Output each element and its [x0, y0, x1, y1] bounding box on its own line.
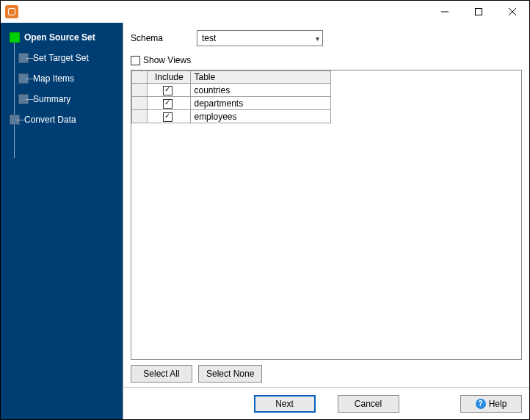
tables-grid-wrap: Include Table countries	[131, 70, 522, 360]
tables-grid: Include Table countries	[131, 70, 331, 123]
table-row: countries	[132, 84, 331, 97]
select-none-button[interactable]: Select None	[198, 365, 262, 383]
main-panel: Schema test ▾ Show Views	[123, 23, 529, 419]
table-name-cell[interactable]: countries	[191, 84, 331, 97]
schema-select-value: test	[202, 33, 216, 43]
include-checkbox[interactable]	[163, 112, 173, 122]
include-checkbox[interactable]	[163, 86, 173, 95]
sidebar-item-summary[interactable]: Summary	[18, 89, 123, 109]
titlebar	[1, 1, 529, 23]
table-row: departments	[132, 97, 331, 110]
close-button[interactable]	[495, 1, 529, 23]
next-button[interactable]: Next	[254, 395, 316, 413]
sidebar-item-label: Map Items	[33, 73, 74, 84]
sidebar-item-label: Open Source Set	[24, 32, 95, 43]
grid-corner	[132, 71, 148, 84]
sidebar-item-map-items[interactable]: Map Items	[18, 68, 123, 89]
table-row: employees	[132, 110, 331, 123]
help-button-label: Help	[489, 399, 507, 409]
wizard-steps-sidebar: Open Source Set Set Target Set Map Items…	[1, 23, 123, 419]
wizard-window: Open Source Set Set Target Set Map Items…	[0, 0, 530, 420]
sidebar-item-label: Summary	[33, 94, 70, 104]
minimize-button[interactable]	[428, 1, 462, 23]
show-views-label: Show Views	[143, 55, 191, 65]
show-views-checkbox[interactable]	[131, 56, 140, 65]
maximize-button[interactable]	[462, 1, 495, 23]
help-button[interactable]: ? Help	[460, 395, 522, 413]
chevron-down-icon: ▾	[316, 35, 319, 43]
svg-rect-1	[476, 9, 482, 15]
sidebar-item-open-source-set[interactable]: Open Source Set	[10, 27, 123, 48]
select-all-button[interactable]: Select All	[131, 365, 192, 383]
app-icon	[5, 5, 18, 18]
table-name-cell[interactable]: employees	[191, 110, 331, 123]
row-header[interactable]	[132, 84, 148, 97]
row-header[interactable]	[132, 97, 148, 110]
cancel-button[interactable]: Cancel	[338, 395, 399, 413]
grid-header-table[interactable]: Table	[191, 71, 331, 84]
sidebar-item-set-target-set[interactable]: Set Target Set	[18, 48, 123, 68]
row-header[interactable]	[132, 110, 148, 123]
grid-header-include[interactable]: Include	[148, 71, 191, 84]
step-active-icon	[10, 32, 20, 43]
window-controls	[428, 1, 529, 23]
schema-select[interactable]: test ▾	[197, 30, 323, 46]
sidebar-item-label: Convert Data	[24, 115, 76, 125]
include-checkbox[interactable]	[163, 99, 173, 109]
sidebar-item-convert-data[interactable]: Convert Data	[10, 109, 123, 130]
sidebar-item-label: Set Target Set	[33, 53, 89, 63]
schema-label: Schema	[131, 33, 197, 43]
help-icon: ?	[476, 399, 486, 409]
table-name-cell[interactable]: departments	[191, 97, 331, 110]
